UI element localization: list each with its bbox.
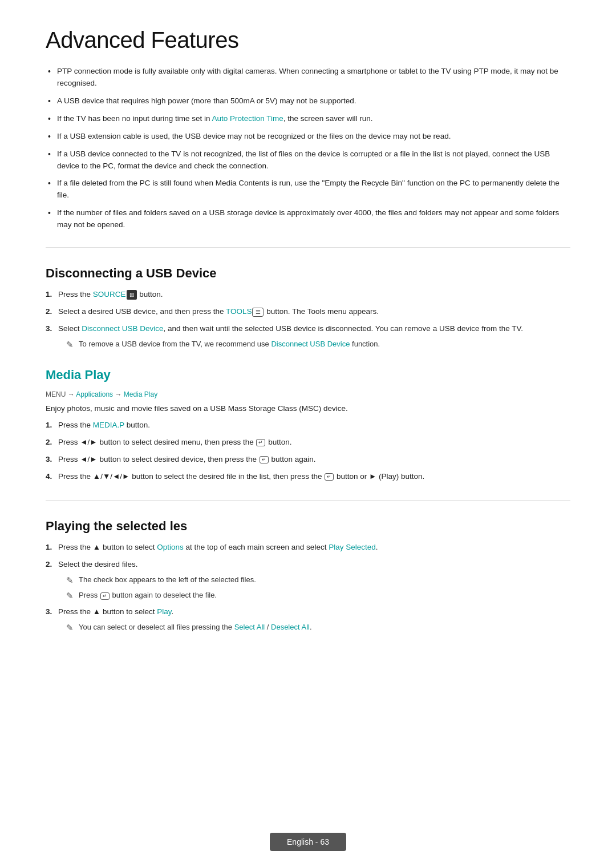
media-play-section: Media Play MENU → Applications → Media P…	[46, 368, 570, 483]
media-play-steps: Press the MEDIA.P button. Press ◄/► butt…	[46, 420, 570, 483]
list-item: Select a desired USB device, and then pr…	[46, 306, 570, 318]
playing-section: Playing the selected les Press the ▲ but…	[46, 500, 570, 632]
list-item: PTP connection mode is fully available o…	[46, 66, 570, 90]
divider-2	[46, 500, 570, 501]
page-footer: English - 63	[0, 833, 616, 851]
list-item: If a USB device connected to the TV is n…	[46, 148, 570, 172]
enter-icon-2: ↵	[260, 456, 269, 463]
breadcrumb-media-play[interactable]: Media Play	[124, 390, 157, 398]
playing-steps: Press the ▲ button to select Options at …	[46, 542, 570, 632]
mediap-label: MEDIA.P	[93, 421, 124, 429]
disconnect-usb-link[interactable]: Disconnect USB Device	[82, 324, 163, 333]
deselect-all-link[interactable]: Deselect All	[271, 623, 310, 631]
list-item: Press the ▲/▼/◄/► button to select the d…	[46, 471, 570, 483]
list-item: Press the ▲ button to select Options at …	[46, 542, 570, 554]
list-item: If a file deleted from the PC is still f…	[46, 178, 570, 201]
source-label: SOURCE	[93, 290, 126, 299]
list-item: If the TV has been no input during time …	[46, 113, 570, 125]
list-item: Press the SOURCE⊞ button.	[46, 289, 570, 301]
disconnect-usb-link-2[interactable]: Disconnect USB Device	[271, 340, 350, 348]
disconnect-steps: Press the SOURCE⊞ button. Select a desir…	[46, 289, 570, 349]
media-play-intro: Enjoy photos, music and movie files save…	[46, 404, 570, 413]
breadcrumb-sep1: →	[68, 390, 76, 398]
media-play-heading: Media Play	[46, 368, 570, 382]
note-checkbox: The check box appears to the left of the…	[58, 574, 570, 586]
intro-bullet-list: PTP connection mode is fully available o…	[46, 66, 570, 231]
tools-icon: ☰	[252, 308, 264, 317]
list-item: Select the desired files. The check box …	[46, 559, 570, 601]
breadcrumb: MENU → Applications → Media Play	[46, 390, 570, 398]
play-link[interactable]: Play	[157, 607, 171, 616]
note-deselect: Press ↵ button again to deselect the fil…	[58, 590, 570, 601]
disconnect-heading: Disconnecting a USB Device	[46, 266, 570, 281]
list-item: Press ◄/► button to select desired devic…	[46, 454, 570, 466]
divider	[46, 247, 570, 248]
options-link[interactable]: Options	[157, 543, 184, 551]
select-all-link[interactable]: Select All	[234, 623, 265, 631]
play-selected-link[interactable]: Play Selected	[329, 543, 376, 551]
breadcrumb-applications[interactable]: Applications	[76, 390, 113, 398]
list-item: If a USB extension cable is used, the US…	[46, 131, 570, 143]
enter-icon-1: ↵	[256, 439, 265, 446]
list-item: If the number of files and folders saved…	[46, 207, 570, 231]
breadcrumb-menu: MENU	[46, 390, 66, 398]
tools-label: TOOLS	[226, 307, 252, 316]
list-item: A USB device that requires high power (m…	[46, 95, 570, 107]
auto-protection-time-link[interactable]: Auto Protection Time	[212, 114, 283, 123]
playing-heading: Playing the selected les	[46, 519, 570, 534]
enter-icon-3: ↵	[325, 473, 334, 481]
note-select-all: You can select or deselect all files pre…	[58, 622, 570, 633]
disconnect-note: To remove a USB device from the TV, we r…	[58, 338, 570, 350]
list-item: Press the MEDIA.P button.	[46, 420, 570, 432]
footer-badge: English - 63	[270, 833, 346, 851]
list-item: Press ◄/► button to select desired menu,…	[46, 437, 570, 449]
enter-icon-4: ↵	[100, 592, 110, 600]
breadcrumb-sep2: →	[115, 390, 123, 398]
list-item: Select Disconnect USB Device, and then w…	[46, 323, 570, 349]
source-btn-icon: ⊞	[127, 290, 137, 300]
page-title: Advanced Features	[46, 27, 570, 53]
list-item: Press the ▲ button to select Play. You c…	[46, 606, 570, 632]
